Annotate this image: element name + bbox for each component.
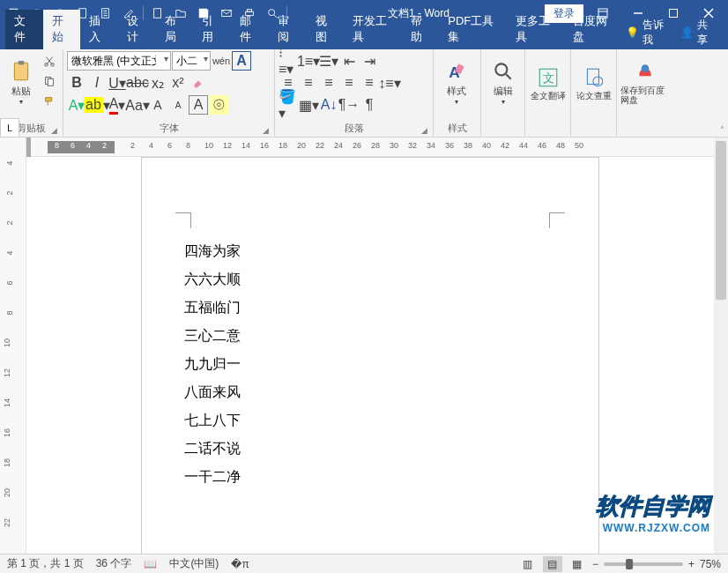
tab-design[interactable]: 设计 xyxy=(118,10,156,49)
collapse-ribbon-icon[interactable]: ˄ xyxy=(720,125,724,135)
tab-baidu[interactable]: 百度网盘 xyxy=(564,10,621,49)
sort-icon[interactable]: A↓ xyxy=(319,95,338,115)
change-case-icon[interactable]: Aa▾ xyxy=(128,95,147,115)
launcher-icon[interactable]: ◢ xyxy=(263,126,269,135)
group-translate: 文 全文翻译 xyxy=(525,49,571,137)
share-button[interactable]: 👤共享 xyxy=(677,16,716,49)
word-count[interactable]: 36 个字 xyxy=(96,556,132,571)
tab-insert[interactable]: 插入 xyxy=(80,10,118,49)
web-layout-icon[interactable]: ▦ xyxy=(568,556,587,572)
tab-file[interactable]: 文件 xyxy=(5,10,43,49)
shading-icon[interactable]: 🪣▾ xyxy=(279,95,298,115)
dec-indent-icon[interactable]: ⇤ xyxy=(339,51,359,71)
line-spacing-icon[interactable]: ↕≡▾ xyxy=(380,73,399,93)
spell-status-icon[interactable]: 📖 xyxy=(144,558,157,570)
clear-format-icon[interactable] xyxy=(189,73,208,93)
text-line[interactable]: 四海为家 xyxy=(184,237,556,265)
grow-font-icon[interactable]: wén xyxy=(212,51,231,71)
tab-developer[interactable]: 开发工具 xyxy=(344,10,401,49)
copy-icon[interactable] xyxy=(40,71,59,91)
tab-mailings[interactable]: 邮件 xyxy=(231,10,269,49)
tab-help[interactable]: 帮助 xyxy=(402,10,440,49)
bullets-icon[interactable]: ⁝≡▾ xyxy=(279,51,298,71)
text-line[interactable]: 五福临门 xyxy=(184,294,556,322)
multilevel-icon[interactable]: ☰▾ xyxy=(319,51,338,71)
share-icon: 👤 xyxy=(680,26,694,39)
text-line[interactable]: 一干二净 xyxy=(184,463,556,491)
subscript-icon[interactable]: x₂ xyxy=(148,73,167,93)
char-border-icon[interactable]: A xyxy=(189,95,208,115)
tell-me[interactable]: 💡告诉我 xyxy=(622,16,670,49)
zoom-level[interactable]: 75% xyxy=(700,558,721,570)
align-right-icon[interactable]: ≡ xyxy=(319,73,338,93)
phonetic-icon[interactable]: A xyxy=(232,51,251,71)
svg-rect-10 xyxy=(18,61,24,64)
format-painter-icon[interactable] xyxy=(40,92,59,111)
zoom-out-icon[interactable]: − xyxy=(592,558,598,570)
text-line[interactable]: 八面来风 xyxy=(184,378,556,406)
vertical-scrollbar[interactable] xyxy=(714,138,728,554)
tab-view[interactable]: 视图 xyxy=(307,10,345,49)
zoom-knob[interactable] xyxy=(626,559,633,569)
grow-icon[interactable]: A xyxy=(148,95,167,115)
workspace: L 42246810121416182022 86422468101214161… xyxy=(0,138,728,554)
paste-button[interactable]: 粘贴 ▾ xyxy=(4,51,38,115)
zoom-in-icon[interactable]: + xyxy=(688,558,695,570)
font-size-select[interactable] xyxy=(172,51,211,71)
text-line[interactable]: 二话不说 xyxy=(184,435,556,463)
bold-icon[interactable]: B xyxy=(67,73,86,93)
baidu-label: 保存到百度网盘 xyxy=(620,86,670,105)
launcher-icon[interactable]: ◢ xyxy=(51,126,57,135)
page-status[interactable]: 第 1 页，共 1 页 xyxy=(7,556,84,571)
borders-icon[interactable]: ▦▾ xyxy=(299,95,318,115)
text-line[interactable]: 六六大顺 xyxy=(184,265,556,294)
tab-selector[interactable]: L xyxy=(0,118,19,138)
superscript-icon[interactable]: x² xyxy=(168,73,188,93)
styles-button[interactable]: A 样式▾ xyxy=(437,51,476,115)
cut-icon[interactable] xyxy=(40,51,59,71)
baidu-save-button[interactable]: 保存到百度网盘 xyxy=(620,51,670,115)
editing-spacer xyxy=(485,123,521,137)
font-name-select[interactable] xyxy=(67,51,171,71)
align-center-icon[interactable]: ≡ xyxy=(299,73,318,93)
vertical-ruler[interactable]: L 42246810121416182022 xyxy=(0,138,26,554)
paper-button[interactable]: 论文查重 xyxy=(575,51,613,115)
justify-icon[interactable]: ≡ xyxy=(339,73,359,93)
insert-mode-icon[interactable]: �π xyxy=(231,558,249,570)
text-line[interactable]: 三心二意 xyxy=(184,322,556,350)
strike-icon[interactable]: abc xyxy=(128,73,147,93)
bulb-icon: 💡 xyxy=(626,26,639,39)
numbering-icon[interactable]: 1≡▾ xyxy=(299,51,318,71)
italic-icon[interactable]: I xyxy=(87,73,107,93)
launcher-icon[interactable]: ◢ xyxy=(421,126,427,135)
show-marks-icon[interactable]: ¶ xyxy=(360,95,379,115)
zoom-slider[interactable] xyxy=(604,562,683,566)
tab-references[interactable]: 引用 xyxy=(193,10,231,49)
distribute-icon[interactable]: ≡ xyxy=(360,73,379,93)
read-mode-icon[interactable]: ▥ xyxy=(518,556,538,572)
language-status[interactable]: 中文(中国) xyxy=(169,556,219,571)
underline-icon[interactable]: U▾ xyxy=(108,73,127,93)
styles-group-label: 样式 xyxy=(437,120,477,137)
editing-button[interactable]: 编辑▾ xyxy=(485,51,521,115)
page-content[interactable]: 四海为家六六大顺五福临门三心二意九九归一八面来风七上八下二话不说一干二净 xyxy=(142,158,598,526)
text-line[interactable]: 七上八下 xyxy=(184,406,556,435)
print-layout-icon[interactable]: ▤ xyxy=(543,556,562,572)
horizontal-ruler[interactable]: 8642246810121416182022242628303234363840… xyxy=(26,138,728,157)
document-viewport[interactable]: 四海为家六六大顺五福临门三心二意九九归一八面来风七上八下二话不说一干二净 xyxy=(26,157,728,554)
tab-home[interactable]: 开始 xyxy=(43,10,81,49)
group-font: wén A B I U▾ abc x₂ x² A▾ ab▾ A▾ Aa▾ A A… xyxy=(63,49,275,137)
tab-layout[interactable]: 布局 xyxy=(156,10,194,49)
tab-pdf[interactable]: PDF工具集 xyxy=(439,10,507,49)
scrollbar-thumb[interactable] xyxy=(716,141,726,300)
tab-moretools[interactable]: 更多工具 xyxy=(507,10,564,49)
highlight-icon[interactable]: ab▾ xyxy=(87,95,107,115)
inc-indent-icon[interactable]: ⇥ xyxy=(360,51,379,71)
enclose-icon[interactable]: ⦾ xyxy=(209,95,228,115)
text-line[interactable]: 九九归一 xyxy=(184,350,556,378)
ltr-icon[interactable]: ¶→ xyxy=(339,95,359,115)
font-color-icon[interactable]: A▾ xyxy=(108,95,127,115)
shrink-icon[interactable]: A xyxy=(168,95,188,115)
translate-button[interactable]: 文 全文翻译 xyxy=(529,51,567,115)
page: 四海为家六六大顺五福临门三心二意九九归一八面来风七上八下二话不说一干二净 xyxy=(141,157,599,554)
